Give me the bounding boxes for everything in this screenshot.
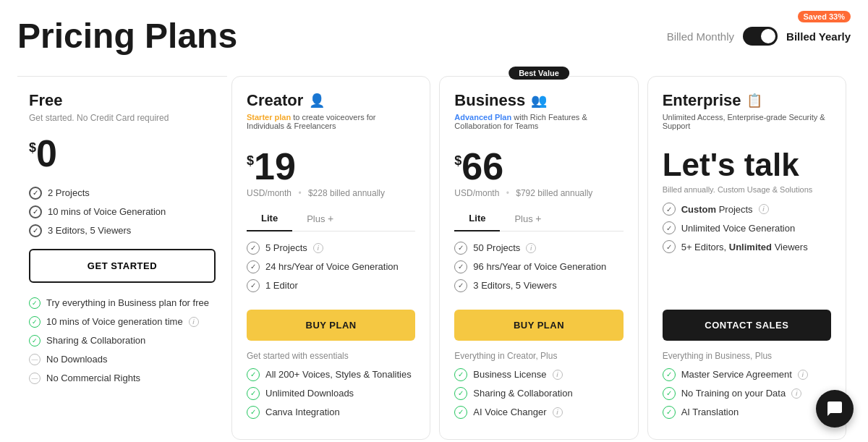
chat-icon — [826, 400, 843, 417]
creator-bottom-2: ✓ Unlimited Downloads — [247, 387, 415, 400]
business-buy-button[interactable]: BUY PLAN — [454, 310, 623, 341]
enterprise-bottom-2: ✓ No Training on your Data i — [663, 387, 831, 400]
creator-tabs[interactable]: Lite Plus + — [247, 207, 415, 231]
free-plan-subtitle: Get started. No Credit Card required — [29, 113, 216, 123]
free-plan-features: 2 Projects 10 mins of Voice Generation 3… — [29, 187, 216, 237]
business-feature-voice: ✓ 96 hrs/Year of Voice Generation — [454, 260, 623, 273]
page-title: Pricing Plans — [17, 17, 237, 56]
check-icon: ✓ — [663, 240, 676, 253]
tab-creator-lite[interactable]: Lite — [247, 207, 292, 231]
free-feature-editors: 3 Editors, 5 Viewers — [29, 224, 216, 237]
enterprise-feature-editors: ✓ 5+ Editors, Unlimited Viewers — [663, 240, 831, 253]
billing-toggle-switch[interactable] — [743, 27, 778, 46]
check-icon: ✓ — [663, 368, 676, 381]
enterprise-bottom-3: ✓ AI Translation — [663, 406, 831, 419]
check-icon: ✓ — [247, 406, 260, 419]
check-icon: ✓ — [454, 406, 467, 419]
check-icon: ✓ — [247, 242, 260, 255]
check-icon — [29, 187, 42, 200]
info-icon[interactable]: i — [798, 370, 808, 380]
info-icon[interactable]: i — [553, 370, 563, 380]
check-icon: ✓ — [247, 279, 260, 292]
info-icon[interactable]: i — [791, 388, 801, 399]
enterprise-features: ✓ Custom Projects i ✓ Unlimited Voice Ge… — [663, 203, 831, 298]
creator-currency: $ — [247, 153, 254, 168]
creator-bottom-3: ✓ Canva Integration — [247, 406, 415, 419]
check-icon: ✓ — [663, 406, 676, 419]
free-feature-voice: 10 mins of Voice Generation — [29, 205, 216, 218]
creator-feature-editor: ✓ 1 Editor — [247, 279, 415, 292]
check-icon: ✓ — [454, 387, 467, 400]
business-tagline: Advanced Plan with Rich Features & Colla… — [454, 113, 623, 130]
free-price-amount: 0 — [36, 132, 57, 174]
billing-toggle[interactable]: Saved 33% Billed Monthly Billed Yearly — [667, 27, 851, 46]
creator-tagline-type: Starter plan — [247, 113, 291, 122]
check-icon: ✓ — [247, 260, 260, 273]
check-icon: ✓ — [663, 203, 676, 216]
tab-business-plus[interactable]: Plus + — [500, 207, 556, 231]
creator-feature-voice: ✓ 24 hrs/Year of Voice Generation — [247, 260, 415, 273]
enterprise-plan: Enterprise 📋 Unlimited Access, Enterpris… — [647, 76, 846, 440]
creator-features: ✓ 5 Projects i ✓ 24 hrs/Year of Voice Ge… — [247, 242, 415, 298]
creator-plan-name: Creator — [247, 91, 303, 110]
check-icon: ✓ — [663, 387, 676, 400]
creator-plan-header: Creator 👤 Starter plan to create voiceov… — [247, 91, 415, 132]
creator-feature-projects: ✓ 5 Projects i — [247, 242, 415, 255]
free-price-symbol: $ — [29, 140, 36, 155]
check-icon: ✓ — [29, 316, 41, 328]
enterprise-feature-projects: ✓ Custom Projects i — [663, 203, 831, 216]
business-amount: 66 — [461, 145, 503, 187]
free-bottom-feature-3: ✓ Sharing & Collaboration — [29, 335, 216, 347]
free-plan: Free Get started. No Credit Card require… — [17, 76, 227, 440]
tab-creator-plus[interactable]: Plus + — [292, 207, 348, 231]
check-icon: ✓ — [29, 297, 41, 309]
saved-badge: Saved 33% — [798, 11, 851, 22]
creator-includes-label: Get started with essentials — [247, 351, 415, 361]
business-tabs[interactable]: Lite Plus + — [454, 207, 623, 231]
enterprise-plan-name: Enterprise — [663, 91, 741, 110]
billing-monthly-label: Billed Monthly — [667, 30, 734, 43]
enterprise-feature-voice: ✓ Unlimited Voice Generation — [663, 221, 831, 234]
business-currency: $ — [454, 153, 461, 168]
free-feature-projects: 2 Projects — [29, 187, 216, 200]
creator-period: USD/month • $228 billed annually — [247, 188, 415, 198]
info-icon[interactable]: i — [313, 243, 323, 253]
creator-tagline: Starter plan to create voiceovers for In… — [247, 113, 415, 130]
enterprise-billing-note: Billed annually. Custom Usage & Solution… — [663, 185, 831, 194]
creator-buy-button[interactable]: BUY PLAN — [247, 310, 415, 341]
best-value-badge: Best Value — [509, 67, 569, 80]
creator-amount: 19 — [254, 145, 296, 187]
free-bottom-feature-4: — No Downloads — [29, 354, 216, 365]
free-bottom-feature-5: — No Commercial Rights — [29, 373, 216, 384]
business-plan-header: Business 👥 Advanced Plan with Rich Featu… — [454, 91, 623, 132]
info-icon[interactable]: i — [759, 204, 769, 214]
header: Pricing Plans Saved 33% Billed Monthly B… — [17, 17, 851, 56]
chat-bubble[interactable] — [816, 390, 854, 428]
tab-business-lite[interactable]: Lite — [454, 207, 500, 231]
plans-grid: Free Get started. No Credit Card require… — [17, 76, 851, 440]
enterprise-tagline: Unlimited Access, Enterprise-grade Secur… — [663, 113, 831, 130]
billing-yearly-label: Billed Yearly — [786, 30, 851, 43]
free-bottom-feature-2: ✓ 10 mins of Voice generation time i — [29, 316, 216, 328]
check-icon: ✓ — [247, 387, 260, 400]
get-started-button[interactable]: GET STARTED — [29, 249, 216, 283]
info-icon[interactable]: i — [526, 243, 536, 253]
enterprise-plan-header: Enterprise 📋 Unlimited Access, Enterpris… — [663, 91, 831, 132]
enterprise-bottom-1: ✓ Master Service Agreement i — [663, 368, 831, 381]
dash-icon: — — [29, 373, 41, 384]
check-icon — [29, 205, 42, 218]
contact-sales-button[interactable]: CONTACT SALES — [663, 310, 831, 341]
group-icon: 👥 — [531, 93, 547, 109]
check-icon: ✓ — [29, 335, 41, 347]
check-icon: ✓ — [454, 279, 467, 292]
dash-icon: — — [29, 354, 41, 365]
business-price: $66 — [454, 148, 623, 185]
business-bottom-3: ✓ AI Voice Changer i — [454, 406, 623, 419]
business-feature-editors: ✓ 3 Editors, 5 Viewers — [454, 279, 623, 292]
info-icon[interactable]: i — [553, 407, 563, 417]
business-name-row: Business 👥 — [454, 91, 623, 110]
check-icon: ✓ — [454, 368, 467, 381]
info-icon[interactable]: i — [189, 317, 199, 327]
free-bottom-feature-1: ✓ Try everything in Business plan for fr… — [29, 297, 216, 309]
business-bottom-2: ✓ Sharing & Collaboration — [454, 387, 623, 400]
